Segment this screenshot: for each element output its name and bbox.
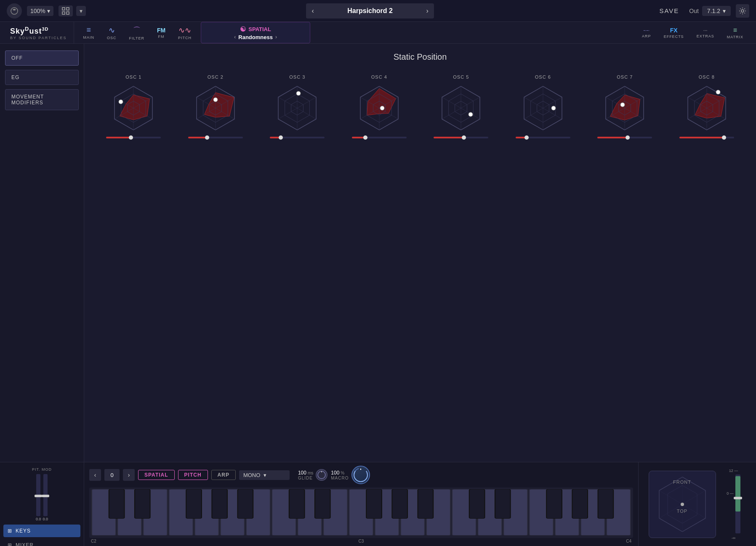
bc-pitch-tag[interactable]: PITCH (178, 470, 208, 480)
bc-prev-button[interactable]: ‹ (89, 469, 101, 481)
piano-black-key[interactable] (366, 489, 382, 518)
tab-fm[interactable]: FM FM (151, 24, 171, 41)
svg-rect-1 (62, 8, 65, 10)
tab-extras[interactable]: ··· EXTRAS (691, 25, 720, 41)
osc-hex-8[interactable] (679, 83, 734, 133)
osc-hex-1[interactable] (106, 83, 161, 133)
logo-button[interactable] (7, 3, 22, 19)
bottom-nav-keys[interactable]: ⊞ KEYS (3, 525, 80, 537)
piano-black-key[interactable] (238, 489, 253, 518)
osc-label-5: OSC 5 (453, 74, 469, 80)
bottom-left-nav: PIT. MOD 0.0 0.0 ⊞ KEYS (0, 462, 84, 546)
piano-black-key[interactable] (212, 489, 227, 518)
piano-black-key[interactable] (135, 489, 150, 518)
piano-labels: C2 C3 C4 (89, 538, 633, 544)
tab-filter[interactable]: ⌒ FILTER (123, 23, 150, 43)
osc-slider-7[interactable] (597, 137, 652, 138)
tab-effects[interactable]: FX EFFECTS (658, 24, 690, 41)
svg-marker-69 (610, 95, 640, 120)
pit-slider-2-thumb[interactable] (42, 495, 49, 497)
osc-slider-4[interactable] (352, 137, 407, 138)
dropdown-icon-button[interactable]: ▾ (76, 6, 86, 16)
osc-slider-thumb-1[interactable] (129, 135, 133, 140)
sidebar-eg-button[interactable]: EG (5, 70, 79, 85)
osc-slider-thumb-4[interactable] (363, 135, 367, 140)
tab-matrix[interactable]: ≡ MATRIX (721, 24, 749, 42)
spatial-sub-next[interactable]: › (275, 34, 277, 40)
bottom-right: FRONT TOP 12 — 0 — -∞ (638, 462, 756, 546)
macro-knob[interactable] (351, 466, 370, 484)
bc-mono-dropdown[interactable]: MONO ▾ (239, 470, 290, 480)
piano-black-key[interactable] (546, 489, 562, 518)
bc-next-button[interactable]: › (123, 469, 135, 481)
piano-black-key[interactable] (469, 489, 485, 518)
piano-black-key[interactable] (495, 489, 511, 518)
osc-slider-5[interactable] (434, 137, 488, 138)
osc-slider-thumb-3[interactable] (279, 135, 283, 140)
bottom-nav-mixer[interactable]: ⊞ MIXER (3, 539, 80, 546)
vol-db-neginf: -∞ (732, 536, 735, 540)
osc-cell-5: OSC 5 (434, 74, 488, 138)
osc-hex-5[interactable] (434, 83, 488, 133)
pit-slider-1-thumb[interactable] (35, 495, 42, 497)
osc-slider-thumb-6[interactable] (524, 135, 529, 140)
tab-osc[interactable]: ∿ OSC (101, 23, 122, 42)
pit-slider-2[interactable] (43, 474, 48, 516)
svg-point-37 (296, 91, 301, 95)
save-button[interactable]: SAVE (654, 7, 684, 14)
piano-black-key[interactable] (289, 489, 305, 518)
osc-cell-8: OSC 8 (679, 74, 734, 138)
osc-slider-thumb-7[interactable] (626, 135, 630, 140)
spatial-sub-prev[interactable]: ‹ (234, 34, 236, 40)
tab-arp[interactable]: -·-· ARP (636, 25, 657, 41)
piano-black-key[interactable] (109, 489, 125, 518)
svg-point-16 (119, 100, 123, 104)
osc-slider-thumb-2[interactable] (205, 135, 209, 140)
volume-fader-thumb[interactable] (734, 497, 742, 499)
osc-label-4: OSC 4 (371, 74, 387, 80)
osc-hex-6[interactable] (516, 83, 570, 133)
sidebar-movement-button[interactable]: MOVEMENTMODIFIERS (5, 89, 79, 110)
pit-slider-1[interactable] (36, 474, 40, 516)
osc-cell-6: OSC 6 (516, 74, 570, 138)
osc-label-2: OSC 2 (208, 74, 224, 80)
piano-svg (91, 489, 631, 536)
osc-hex-2[interactable] (188, 83, 243, 133)
matrix-tab-icon: ≡ (733, 27, 737, 34)
piano-black-key[interactable] (315, 489, 330, 518)
glide-knob[interactable] (316, 469, 327, 481)
osc-hex-4[interactable] (352, 83, 407, 133)
piano-black-key[interactable] (186, 489, 202, 518)
osc-slider-6[interactable] (516, 137, 570, 138)
piano-black-key[interactable] (418, 489, 434, 518)
bc-arp-tag[interactable]: ARP (211, 470, 236, 480)
piano-black-key[interactable] (598, 489, 614, 518)
osc-slider-2[interactable] (188, 137, 243, 138)
bc-spatial-tag[interactable]: SPATIAL (138, 470, 175, 480)
zoom-control[interactable]: 100% ▾ (27, 6, 53, 16)
tab-pitch[interactable]: ∿∿ PITCH (172, 23, 197, 42)
out-label: Out (689, 8, 699, 14)
settings-button[interactable] (736, 4, 749, 18)
osc-hex-7[interactable] (597, 83, 652, 133)
grid-icon-button[interactable] (59, 5, 73, 16)
osc-hex-3[interactable] (270, 83, 325, 133)
piano-container (89, 488, 633, 538)
osc-slider-thumb-8[interactable] (722, 135, 726, 140)
spatial-swirl-icon: ☯ (240, 25, 246, 33)
preset-prev-button[interactable]: ‹ (306, 3, 319, 19)
tab-main[interactable]: ≡ MAIN (77, 23, 101, 42)
osc-slider-1[interactable] (106, 137, 161, 138)
fm-tab-icon: FM (157, 27, 165, 34)
volume-fader-track[interactable] (735, 474, 740, 533)
osc-slider-3[interactable] (270, 137, 325, 138)
brand-title: SkyDust3D (10, 26, 67, 36)
out-value-selector[interactable]: 7.1.2 ▾ (702, 6, 731, 16)
osc-slider-8[interactable] (679, 137, 734, 138)
preset-next-button[interactable]: › (421, 3, 434, 19)
spatial-sub-label: Randomness (238, 34, 273, 40)
osc-slider-thumb-5[interactable] (462, 135, 466, 140)
sidebar-off-button[interactable]: OFF (5, 50, 79, 66)
piano-black-key[interactable] (392, 489, 407, 518)
piano-black-key[interactable] (572, 489, 588, 518)
